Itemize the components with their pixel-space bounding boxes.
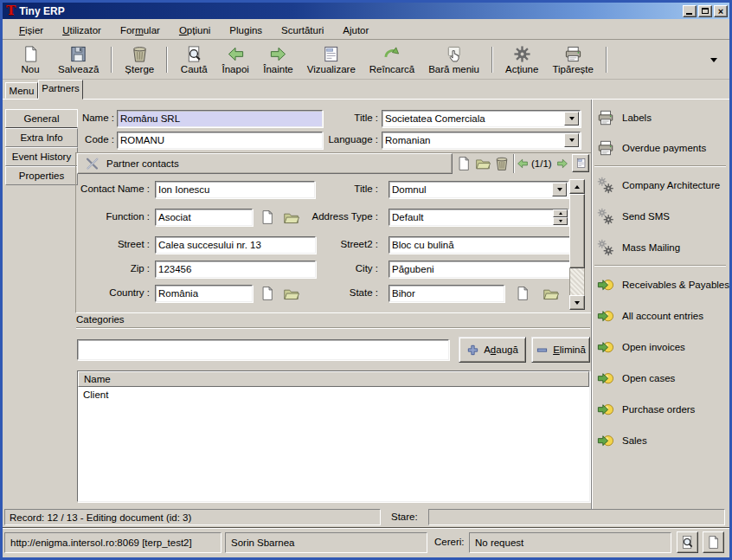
- sidebar-item-company-architecture[interactable]: Company Architecture: [597, 176, 720, 195]
- new-button[interactable]: Nou: [10, 42, 51, 78]
- table-row[interactable]: Client: [78, 387, 589, 402]
- sidebar-item-sales[interactable]: Sales: [597, 431, 647, 450]
- menu-scurtaturi[interactable]: Scurtături: [272, 23, 333, 37]
- partner-contacts-title: Partner contacts: [106, 158, 179, 169]
- country-new-button[interactable]: [260, 286, 275, 301]
- tab-extra-info[interactable]: Extra Info: [5, 128, 78, 147]
- new-request-button[interactable]: [703, 531, 724, 553]
- sidebar-item-send-sms[interactable]: Send SMS: [597, 207, 670, 226]
- sidebar-item-open-invoices[interactable]: Open invoices: [597, 338, 685, 357]
- action-arrow-icon: [597, 401, 614, 418]
- code-input[interactable]: [117, 132, 323, 149]
- delete-button-label: Șterge: [125, 64, 154, 74]
- partner-contacts-expander[interactable]: Partner contacts: [77, 153, 453, 174]
- title-select[interactable]: Societatea Comerciala: [382, 110, 581, 127]
- menu-ajutor[interactable]: Ajutor: [333, 23, 378, 37]
- close-button[interactable]: ×: [714, 5, 728, 17]
- tab-properties[interactable]: Properties: [5, 166, 78, 185]
- contact-name-input[interactable]: [155, 181, 315, 198]
- remove-category-label: Elimină: [553, 344, 586, 355]
- scrollbar-track[interactable]: [569, 268, 585, 295]
- sidebar-item-labels[interactable]: Labels: [597, 108, 652, 127]
- sidebar-item-all-account-entries[interactable]: All account entries: [597, 306, 703, 325]
- menu-fisier[interactable]: Fișier: [10, 23, 53, 37]
- gears-icon: [597, 208, 614, 225]
- new-button-label: Nou: [21, 64, 39, 74]
- tab-partners[interactable]: Partners: [38, 80, 83, 100]
- document-view-icon: [322, 45, 340, 63]
- sidebar-item-purchase-orders[interactable]: Purchase orders: [597, 400, 695, 419]
- city-input[interactable]: [388, 261, 572, 278]
- scrollbar-thumb[interactable]: [569, 194, 585, 268]
- search-requests-button[interactable]: [677, 531, 698, 553]
- chevron-down-icon: [569, 138, 575, 142]
- sidebar-item-overdue-payments[interactable]: Overdue payments: [597, 138, 706, 158]
- previous-button[interactable]: Înapoi: [215, 42, 256, 78]
- save-button[interactable]: Salvează: [51, 42, 106, 78]
- language-select[interactable]: Romanian: [382, 132, 581, 149]
- menubar-button[interactable]: Bară meniu: [421, 42, 486, 78]
- sidebar-item-receivables-payables[interactable]: Receivables & Payables: [597, 275, 729, 294]
- contact-title-dropdown-button[interactable]: [552, 183, 567, 196]
- contact-new-button[interactable]: [456, 156, 472, 171]
- menu-optiuni[interactable]: Opțiuni: [170, 23, 220, 37]
- print-button[interactable]: Tipărește: [545, 42, 600, 78]
- contact-prev-button[interactable]: [517, 158, 529, 170]
- title-label: Title :: [345, 113, 378, 126]
- menu-utilizator[interactable]: Utilizator: [53, 23, 111, 37]
- maximize-button[interactable]: [698, 5, 712, 17]
- spinner-buttons[interactable]: [553, 209, 568, 225]
- tab-menu[interactable]: Menu: [5, 82, 38, 99]
- street-input[interactable]: [155, 236, 316, 254]
- state-new-button[interactable]: [515, 286, 530, 301]
- category-input[interactable]: [77, 339, 449, 360]
- zip-input[interactable]: [155, 261, 316, 278]
- contact-open-button[interactable]: [475, 156, 491, 171]
- reload-button[interactable]: Reîncarcă: [363, 42, 421, 78]
- tab-event-history[interactable]: Event History: [5, 147, 78, 166]
- address-type-spinner[interactable]: Default: [388, 209, 568, 226]
- menu-formular[interactable]: Formular: [111, 23, 170, 37]
- remove-category-button[interactable]: Elimină: [531, 337, 590, 363]
- menu-plugins[interactable]: Plugins: [220, 23, 272, 37]
- language-dropdown-button[interactable]: [564, 133, 579, 147]
- next-button[interactable]: Înainte: [256, 42, 300, 78]
- list-view-icon: [575, 158, 587, 169]
- street-label: Street :: [89, 239, 150, 253]
- sidebar-item-open-cases[interactable]: Open cases: [597, 369, 675, 388]
- country-open-button[interactable]: [283, 286, 299, 302]
- scroll-down-button[interactable]: [569, 295, 585, 310]
- switch-view-button[interactable]: [572, 154, 589, 172]
- state-input[interactable]: [388, 285, 504, 302]
- spin-up-button[interactable]: [553, 209, 568, 217]
- name-input[interactable]: [117, 110, 323, 127]
- contact-title-select[interactable]: Domnul: [388, 181, 568, 198]
- contact-delete-button[interactable]: [494, 156, 510, 171]
- function-new-button[interactable]: [260, 209, 275, 225]
- delete-button[interactable]: Șterge: [118, 42, 161, 78]
- new-page-icon: [22, 45, 40, 63]
- title-dropdown-button[interactable]: [564, 112, 579, 126]
- window-title: Tiny ERP: [19, 5, 683, 17]
- contact-pager: (1/1): [531, 158, 552, 169]
- tab-general[interactable]: General: [5, 109, 78, 128]
- titlebar[interactable]: T Tiny ERP ×: [3, 3, 729, 19]
- search-button[interactable]: Caută: [173, 42, 215, 78]
- spin-down-button[interactable]: [553, 217, 568, 225]
- table-header-name[interactable]: Name: [78, 371, 589, 387]
- action-button[interactable]: Acțiune: [498, 42, 545, 78]
- view-button[interactable]: Vizualizare: [300, 42, 363, 78]
- street2-input[interactable]: [388, 236, 572, 254]
- add-category-button[interactable]: Adaugă: [459, 337, 526, 363]
- state-value: [428, 509, 725, 525]
- action-arrow-icon: [597, 307, 614, 325]
- scroll-up-button[interactable]: [569, 179, 585, 194]
- contact-next-button[interactable]: [556, 158, 568, 170]
- server-url: http://enigma.intersol.ro:8069 [terp_tes…: [4, 532, 222, 553]
- toolbar-overflow-icon[interactable]: [710, 58, 717, 62]
- function-input[interactable]: [155, 209, 253, 226]
- sidebar-item-mass-mailing[interactable]: Mass Mailing: [597, 238, 680, 257]
- country-input[interactable]: [155, 285, 253, 302]
- state-open-button[interactable]: [543, 286, 559, 302]
- minimize-button[interactable]: [683, 5, 697, 17]
